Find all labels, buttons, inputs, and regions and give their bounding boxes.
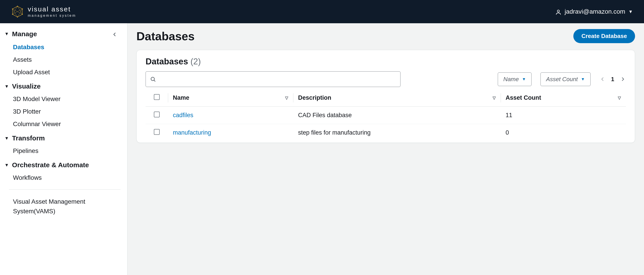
filter-count-label: Asset Count [546,76,578,83]
database-asset-count: 11 [506,112,512,118]
user-email: jadravi@amazon.com [564,8,625,15]
column-header-description-label: Description [298,94,332,101]
sidebar-group-header-manage[interactable]: ▼ Manage [4,30,127,38]
sort-icon: ▽ [492,96,496,100]
column-header-select [146,89,168,107]
card-title-text: Databases [146,57,188,66]
sidebar: ▼ Manage Databases Assets Upload Asset ▼… [0,23,128,275]
top-bar: visual asset management system jadravi@a… [0,0,644,23]
sidebar-item-3d-plotter[interactable]: 3D Plotter [4,105,127,118]
svg-point-5 [12,14,13,15]
column-header-asset-count[interactable]: Asset Count ▽ [501,89,626,107]
sidebar-item-assets[interactable]: Assets [4,54,127,66]
sidebar-group-transform: ▼ Transform Pipelines [4,134,127,157]
svg-point-3 [22,14,23,15]
caret-down-icon: ▼ [4,162,9,168]
sidebar-collapse-icon[interactable] [112,30,118,38]
brand[interactable]: visual asset management system [11,5,76,18]
sidebar-group-title: Transform [12,134,45,142]
pager-next-button[interactable] [620,76,626,82]
caret-down-icon: ▼ [4,31,9,36]
table-toolbar: Name ▼ Asset Count ▼ 1 [146,71,626,87]
search-icon [150,76,156,82]
sidebar-group-manage: ▼ Manage Databases Assets Upload Asset [4,30,127,78]
sidebar-divider [9,189,120,190]
sidebar-group-header-orchestrate[interactable]: ▼ Orchestrate & Automate [4,161,127,169]
column-header-name-label: Name [173,94,190,101]
sidebar-footer-link[interactable]: Visual Asset Management System(VAMS) [4,195,127,218]
pager-page-number: 1 [611,76,614,83]
search-input[interactable] [146,71,400,87]
svg-point-7 [557,10,559,12]
brand-title: visual asset [28,6,76,12]
sidebar-group-title: Visualize [12,82,41,90]
brand-text: visual asset management system [28,6,76,18]
filter-name-label: Name [503,76,519,83]
database-description: step files for manufacturing [298,129,370,136]
caret-down-icon: ▼ [628,9,633,14]
sidebar-item-workflows[interactable]: Workflows [4,172,127,184]
svg-point-1 [17,6,18,7]
user-menu[interactable]: jadravi@amazon.com ▼ [555,8,633,15]
card-count: (2) [190,57,201,66]
brand-subtitle: management system [28,14,76,18]
svg-line-9 [154,80,155,81]
sidebar-group-visualize: ▼ Visualize 3D Model Viewer 3D Plotter C… [4,82,127,130]
database-description: CAD Files database [298,112,352,118]
caret-down-icon: ▼ [4,136,9,141]
filter-name-dropdown[interactable]: Name ▼ [498,72,532,86]
sidebar-group-header-transform[interactable]: ▼ Transform [4,134,127,142]
search-wrap [146,71,400,87]
sidebar-item-upload-asset[interactable]: Upload Asset [4,66,127,78]
sidebar-item-pipelines[interactable]: Pipelines [4,145,127,157]
sidebar-group-orchestrate: ▼ Orchestrate & Automate Workflows [4,161,127,184]
row-checkbox[interactable] [154,112,160,118]
create-database-button[interactable]: Create Database [573,29,635,43]
sidebar-group-title: Manage [12,30,37,38]
databases-table: Name ▽ Description ▽ Ass [146,89,626,141]
sort-icon: ▽ [618,96,621,100]
sidebar-group-header-visualize[interactable]: ▼ Visualize [4,82,127,90]
sidebar-item-3d-model-viewer[interactable]: 3D Model Viewer [4,93,127,105]
row-checkbox[interactable] [154,129,160,135]
page-header: Databases Create Database [136,29,635,43]
main-content: Databases Create Database Databases (2) … [128,23,644,275]
table-row: cadfiles CAD Files database 11 [146,107,626,124]
column-header-name[interactable]: Name ▽ [168,89,293,107]
databases-card: Databases (2) Name ▼ Asset Count [136,50,635,143]
table-row: manufacturing step files for manufacturi… [146,124,626,142]
filter-asset-count-dropdown[interactable]: Asset Count ▼ [540,72,590,86]
sidebar-group-title: Orchestrate & Automate [12,161,89,169]
select-all-checkbox[interactable] [154,94,160,100]
database-asset-count: 0 [506,129,509,136]
column-header-description[interactable]: Description ▽ [293,89,501,107]
triangle-down-icon: ▼ [581,77,585,82]
database-name-link[interactable]: manufacturing [173,129,211,136]
svg-point-2 [22,8,23,10]
triangle-down-icon: ▼ [522,77,526,82]
card-title: Databases (2) [146,57,626,66]
sidebar-item-columnar-viewer[interactable]: Columnar Viewer [4,118,127,130]
svg-point-6 [12,8,13,10]
brand-logo-icon [11,5,24,18]
svg-point-4 [17,16,18,18]
caret-down-icon: ▼ [4,84,9,89]
pager: 1 [600,76,626,83]
sort-icon: ▽ [285,96,288,100]
column-header-asset-count-label: Asset Count [506,94,541,101]
sidebar-item-databases[interactable]: Databases [4,41,127,54]
pager-prev-button[interactable] [600,76,605,82]
user-icon [555,8,562,15]
database-name-link[interactable]: cadfiles [173,112,194,118]
page-title: Databases [136,30,194,43]
